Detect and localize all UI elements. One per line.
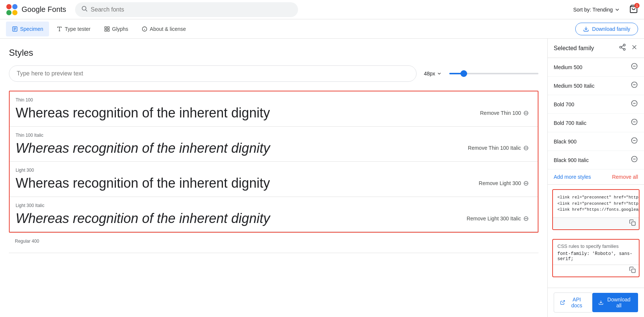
preview-input[interactable] (9, 65, 417, 82)
svg-line-21 (621, 45, 624, 46)
css-rules-code: font-family: 'Roboto', sans-serif; (553, 251, 639, 265)
css-rules-label: CSS rules to specify families (553, 240, 639, 251)
panel-header: Selected family (548, 39, 644, 58)
minus-circle-icon-m500i (631, 81, 638, 88)
minus-circle-icon-bl900 (631, 137, 638, 144)
font-label-thin100italic: Thin 100 Italic (16, 133, 532, 138)
svg-point-19 (624, 48, 625, 50)
svg-point-4 (82, 6, 86, 10)
size-slider[interactable] (449, 73, 538, 74)
minus-circle-icon-4: ⊖ (523, 214, 529, 223)
download-family-button[interactable]: Download family (575, 23, 638, 35)
panel-title: Selected family (554, 45, 594, 52)
svg-point-3 (12, 10, 17, 15)
minus-circle-icon-b700 (631, 100, 638, 107)
close-panel-button[interactable] (631, 43, 638, 53)
download-all-icon (598, 300, 603, 305)
remove-bold700-button[interactable] (631, 100, 638, 109)
font-preview-thin100italic: Whereas recognition of the inherent dign… (16, 141, 270, 156)
svg-rect-9 (105, 27, 107, 29)
svg-line-5 (86, 10, 87, 12)
family-item-bold700italic: Bold 700 Italic (548, 114, 644, 132)
tab-type-tester[interactable]: Type tester (51, 22, 96, 36)
font-label-light300italic: Light 300 Italic (16, 203, 532, 208)
cart-button[interactable]: 1 (629, 4, 638, 14)
remove-medium500-button[interactable] (631, 62, 638, 72)
tab-glyphs[interactable]: Glyphs (98, 22, 135, 36)
svg-point-17 (624, 44, 625, 46)
svg-rect-11 (105, 29, 107, 31)
download-icon (583, 26, 589, 32)
remove-thin100italic-button[interactable]: Remove Thin 100 Italic ⊖ (465, 142, 532, 153)
minus-circle-icon: ⊖ (523, 109, 529, 117)
font-label-thin100: Thin 100 (16, 97, 532, 103)
chevron-down-small-icon (437, 71, 442, 76)
minus-circle-icon-3: ⊖ (523, 179, 529, 187)
info-icon (142, 26, 148, 32)
download-all-button[interactable]: Download all (592, 293, 638, 312)
glyphs-icon (104, 26, 110, 32)
minus-circle-icon-2: ⊖ (523, 144, 529, 152)
svg-line-20 (621, 48, 624, 49)
api-docs-button[interactable]: API docs (554, 292, 592, 313)
minus-circle-icon-b700i (631, 118, 638, 126)
add-more-styles-link[interactable]: Add more styles (554, 174, 591, 180)
css-copy-row (553, 265, 639, 276)
copy-code-button[interactable] (629, 219, 636, 228)
remove-bold700italic-button[interactable] (631, 118, 638, 127)
svg-rect-37 (632, 269, 635, 272)
font-preview-light300: Whereas recognition of the inherent dign… (16, 176, 270, 191)
copy-css-icon (629, 266, 636, 273)
remove-all-link[interactable]: Remove all (612, 174, 638, 180)
search-bar[interactable] (75, 2, 298, 17)
svg-point-2 (6, 10, 12, 15)
font-label-light300: Light 300 (16, 168, 532, 173)
search-input[interactable] (91, 6, 292, 13)
svg-point-1 (12, 4, 17, 9)
cart-badge: 1 (634, 3, 640, 8)
remove-light300-button[interactable]: Remove Light 300 ⊖ (476, 178, 532, 189)
remove-thin100-button[interactable]: Remove Thin 100 ⊖ (477, 107, 532, 119)
share-icon (619, 43, 626, 51)
font-style-row-regular400: Regular 400 (9, 233, 538, 253)
font-style-row-light300: Light 300 Whereas recognition of the inh… (10, 162, 538, 197)
family-items-list: Medium 500 Medium 500 Italic Bold 700 (548, 58, 644, 169)
family-item-bold700: Bold 700 (548, 95, 644, 114)
svg-point-0 (6, 4, 12, 9)
svg-rect-10 (107, 27, 109, 29)
tabs-left: Specimen Type tester Glyphs About & lice… (6, 22, 192, 36)
share-button[interactable] (619, 43, 626, 53)
right-panel: Selected family Medium (547, 39, 644, 317)
minus-circle-icon-m500 (631, 62, 638, 70)
panel-footer: API docs Download all (548, 288, 644, 317)
close-icon (631, 43, 638, 51)
copy-css-button[interactable] (629, 266, 636, 275)
family-item-medium500italic: Medium 500 Italic (548, 77, 644, 95)
family-item-black900: Black 900 (548, 132, 644, 151)
tab-specimen[interactable]: Specimen (6, 22, 49, 36)
remove-black900italic-button[interactable] (631, 155, 638, 165)
styles-title: Styles (9, 48, 538, 58)
logo-area: Google Fonts (6, 4, 66, 16)
remove-medium500italic-button[interactable] (631, 81, 638, 90)
family-item-black900italic: Black 900 Italic (548, 151, 644, 169)
font-label-regular400: Regular 400 (15, 239, 533, 244)
font-style-row-thin100italic: Thin 100 Italic Whereas recognition of t… (10, 127, 538, 162)
minus-circle-icon-bl900i (631, 155, 638, 163)
remove-black900-button[interactable] (631, 137, 638, 146)
tab-about-license[interactable]: About & license (136, 22, 192, 36)
chevron-down-icon (614, 7, 620, 13)
code-snippet-box: <link rel="preconnect" href="https://fon… (552, 189, 640, 230)
content-area: Styles 48px Thin 100 Whereas recognition… (0, 39, 547, 317)
sort-button[interactable]: Sort by: Trending (570, 4, 623, 15)
main-container: Styles 48px Thin 100 Whereas recognition… (0, 39, 644, 317)
code-copy-row (553, 217, 639, 229)
search-icon (81, 5, 88, 14)
font-preview-thin100: Whereas recognition of the inherent dign… (16, 106, 270, 120)
header-right: Sort by: Trending 1 (570, 4, 638, 15)
font-preview-light300italic: Whereas recognition of the inherent dign… (16, 211, 270, 226)
size-select[interactable]: 48px (423, 69, 443, 78)
code-snippet-content: <link rel="preconnect" href="https://fon… (553, 190, 639, 217)
remove-light300italic-button[interactable]: Remove Light 300 Italic ⊖ (464, 213, 532, 224)
google-logo-icon (6, 4, 18, 16)
